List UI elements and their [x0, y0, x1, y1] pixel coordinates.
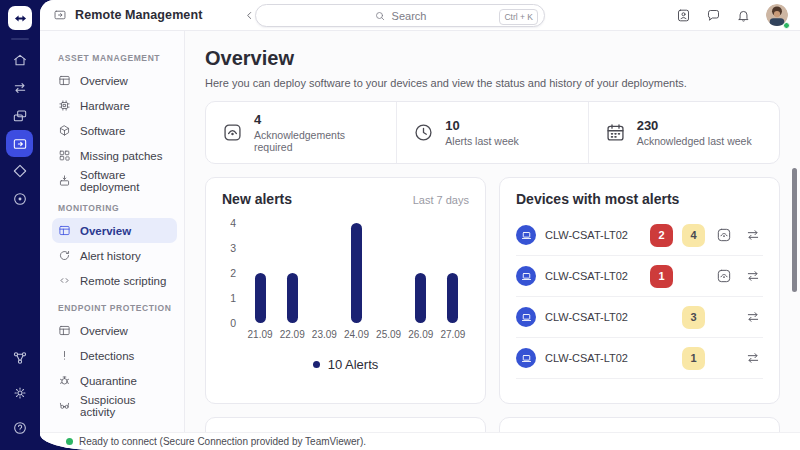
- acknowledge-button[interactable]: [714, 268, 734, 284]
- bottom-cards: Alerts by statusLast 7 daysEndpoints wit…: [205, 417, 780, 432]
- settings-icon[interactable]: [6, 379, 34, 407]
- connections-icon[interactable]: [6, 74, 34, 102]
- sidebar-item-label: Alert history: [80, 250, 141, 262]
- rail-divider: [11, 38, 29, 40]
- remote-management-icon[interactable]: [6, 130, 33, 157]
- sidebar-item-overview[interactable]: Overview: [52, 218, 177, 243]
- sidebar-item-missing-patches[interactable]: Missing patches: [52, 143, 177, 168]
- sidebar-item-quarantine[interactable]: Quarantine: [52, 368, 177, 393]
- sidebar-item-overview[interactable]: Overview: [52, 318, 177, 343]
- device-name: CLW-CSAT-LT02: [545, 352, 628, 364]
- new-alerts-card: New alerts Last 7 days 43210 21.0922.092…: [205, 177, 486, 404]
- history-icon: [58, 249, 71, 262]
- connect-button[interactable]: [743, 309, 763, 325]
- device-row: CLW-CSAT-LT021: [516, 338, 763, 379]
- presence-dot: [783, 22, 790, 29]
- y-tick-label: 4: [230, 217, 236, 229]
- chart-x-axis: 21.0922.0923.0924.0925.0926.0927.09: [244, 329, 469, 340]
- device-icon: [516, 225, 536, 245]
- device-list: CLW-CSAT-LT0224CLW-CSAT-LT021CLW-CSAT-LT…: [516, 215, 763, 379]
- sidebar-item-hardware[interactable]: Hardware: [52, 93, 177, 118]
- status-footer: Ready to connect (Secure Connection prov…: [40, 432, 800, 450]
- critical-alert-badge: [650, 347, 673, 370]
- sidebar-item-suspicious-activity[interactable]: Suspicious activity: [52, 393, 177, 418]
- device-icon: [516, 266, 536, 286]
- nav-section-title: ASSET MANAGEMENT: [58, 53, 177, 63]
- sidebar-item-label: Remote scripting: [80, 275, 166, 287]
- devices-icon[interactable]: [6, 102, 34, 130]
- suspicious-icon: [58, 399, 71, 412]
- bar[interactable]: [255, 273, 266, 323]
- device-icon: [516, 348, 536, 368]
- table-icon: [58, 324, 71, 337]
- bar-slot: [244, 223, 276, 323]
- tags-icon[interactable]: [6, 157, 34, 185]
- warning-alert-badge: 4: [682, 224, 705, 247]
- sidebar-item-software-deployment[interactable]: Software deployment: [52, 168, 177, 193]
- sidebar-item-label: Suspicious activity: [80, 394, 171, 418]
- hardware-icon: [58, 99, 71, 112]
- home-icon[interactable]: [6, 46, 34, 74]
- connect-button[interactable]: [743, 268, 763, 284]
- sidebar-item-detections[interactable]: Detections: [52, 343, 177, 368]
- bar-slot: [276, 223, 308, 323]
- device-name: CLW-CSAT-LT02: [545, 311, 628, 323]
- bar[interactable]: [287, 273, 298, 323]
- bar[interactable]: [351, 223, 362, 323]
- sidebar-item-remote-scripting[interactable]: Remote scripting: [52, 268, 177, 293]
- connection-status-text: Ready to connect (Secure Connection prov…: [79, 436, 366, 447]
- acknowledge-button[interactable]: [714, 227, 734, 243]
- chart-title: New alerts: [222, 191, 292, 207]
- notifications-icon[interactable]: [736, 8, 751, 23]
- vertical-scrollbar[interactable]: [792, 168, 797, 292]
- critical-alert-badge: 2: [650, 224, 673, 247]
- sidebar-item-label: Missing patches: [80, 150, 162, 162]
- bar[interactable]: [415, 273, 426, 323]
- endpoints-with-alerts-card: Endpoints with alertsLast 7 days: [499, 417, 780, 432]
- tab-remote-management[interactable]: Remote Management: [53, 8, 202, 22]
- y-tick-label: 2: [230, 267, 236, 279]
- search-input[interactable]: Search Ctrl + K: [255, 4, 545, 27]
- stats-card: 4Acknowledgements required10Alerts last …: [205, 101, 780, 164]
- bar-slot: [405, 223, 437, 323]
- x-tick-label: 23.09: [308, 329, 340, 340]
- chat-icon[interactable]: [706, 8, 721, 23]
- help-icon[interactable]: [6, 414, 34, 442]
- devices-card-title: Devices with most alerts: [516, 191, 679, 207]
- device-name: CLW-CSAT-LT02: [545, 270, 628, 282]
- stat-label: Acknowledgements required: [254, 129, 380, 153]
- critical-alert-badge: [650, 306, 673, 329]
- sidebar-item-overview[interactable]: Overview: [52, 68, 177, 93]
- search-shortcut-badge: Ctrl + K: [499, 9, 538, 25]
- main-content: Overview Here you can deploy software to…: [185, 31, 800, 432]
- search-icon: [374, 10, 386, 22]
- sidebar-item-software[interactable]: Software: [52, 118, 177, 143]
- calendar-icon: [605, 122, 626, 143]
- integrations-icon[interactable]: [6, 344, 34, 372]
- teamviewer-logo-icon[interactable]: [8, 6, 32, 30]
- x-tick-label: 26.09: [405, 329, 437, 340]
- back-button[interactable]: [244, 10, 255, 21]
- sidebar-item-label: Overview: [80, 75, 128, 87]
- stat-value: 10: [445, 118, 519, 133]
- sidebar-item-alert-history[interactable]: Alert history: [52, 243, 177, 268]
- stat-alerts-last-week: 10Alerts last week: [396, 102, 587, 163]
- alerts-by-status-card: Alerts by statusLast 7 days: [205, 417, 486, 432]
- connect-button[interactable]: [743, 227, 763, 243]
- legend-dot: [313, 361, 320, 368]
- bar[interactable]: [447, 273, 458, 323]
- stat-acknowledged-last-week: 230Acknowledged last week: [588, 102, 779, 163]
- stat-label: Acknowledged last week: [637, 135, 752, 147]
- contacts-icon[interactable]: [676, 8, 691, 23]
- chart-legend: 10 Alerts: [222, 357, 469, 372]
- bar-slot: [308, 223, 340, 323]
- table-icon: [58, 74, 71, 87]
- bar-slot: [437, 223, 469, 323]
- connect-button[interactable]: [743, 350, 763, 366]
- search-placeholder: Search: [392, 10, 427, 22]
- discovery-icon[interactable]: [6, 185, 34, 213]
- topbar: Remote Management Search Ctrl + K: [40, 0, 800, 31]
- patches-icon: [58, 149, 71, 162]
- nav-section-title: MONITORING: [58, 203, 177, 213]
- bar-slot: [373, 223, 405, 323]
